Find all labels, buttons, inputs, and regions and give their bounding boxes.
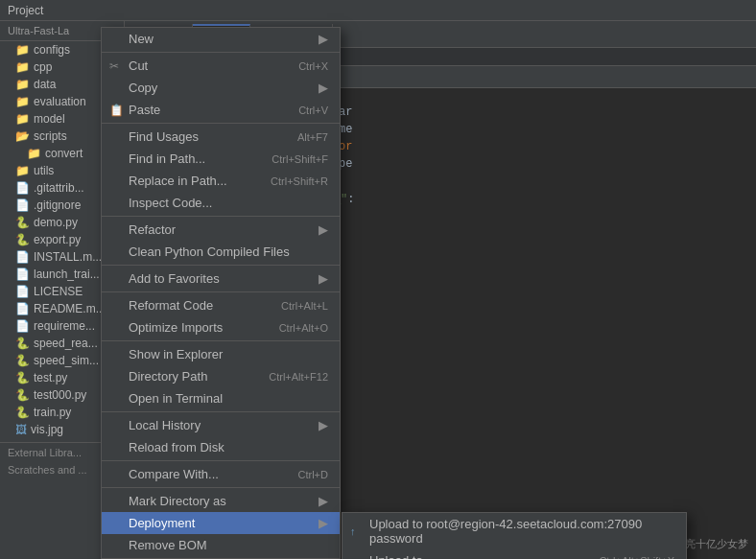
file-icon: 📄	[15, 285, 30, 298]
folder-icon: 📂	[15, 129, 30, 143]
folder-icon: 📁	[15, 78, 30, 91]
folder-icon: 📁	[15, 95, 30, 108]
py-icon: 🐍	[15, 406, 30, 419]
py-icon: 🐍	[15, 388, 30, 402]
menu-item-find-path[interactable]: Find in Path... Ctrl+Shift+F	[102, 148, 340, 170]
file-icon: 📄	[15, 250, 30, 264]
img-icon: 🖼	[15, 423, 27, 436]
py-icon: 🐍	[15, 371, 30, 384]
menu-item-directory-path[interactable]: Directory Path Ctrl+Alt+F12	[102, 365, 340, 387]
menu-item-compare-with[interactable]: Compare With... Ctrl+D	[102, 463, 340, 485]
folder-icon: 📁	[27, 147, 41, 160]
menu-item-open-terminal[interactable]: Open in Terminal	[102, 387, 340, 409]
menu-item-reformat-code[interactable]: Reformat Code Ctrl+Alt+L	[102, 294, 340, 316]
menu-item-mark-directory[interactable]: Mark Directory as ▶	[102, 490, 340, 512]
py-icon: 🐍	[15, 337, 30, 350]
menu-item-paste[interactable]: 📋 Paste Ctrl+V	[102, 99, 340, 121]
cut-icon: ✂	[109, 59, 119, 73]
arrow-icon: ▶	[319, 32, 328, 46]
context-menu: New ▶ ✂ Cut Ctrl+X Copy ▶ 📋 Paste Ctrl+V…	[101, 27, 341, 559]
py-icon: 🐍	[15, 216, 30, 229]
menu-item-show-explorer[interactable]: Show in Explorer	[102, 343, 340, 365]
paste-icon: 📋	[109, 104, 124, 117]
menu-divider	[102, 460, 340, 461]
menu-item-new[interactable]: New ▶	[102, 28, 340, 50]
arrow-icon: ▶	[319, 222, 328, 237]
upload-icon: ↑	[350, 525, 356, 537]
menu-divider	[102, 216, 340, 217]
file-icon: 📄	[15, 319, 30, 333]
ide-background: Project Ultra-Fast-La 📁 configs 📁 cpp 📁 …	[0, 0, 756, 559]
top-bar-title: Project	[8, 4, 43, 17]
file-icon: 📄	[15, 302, 30, 315]
menu-item-find-usages[interactable]: Find Usages Alt+F7	[102, 126, 340, 148]
arrow-icon: ▶	[319, 271, 328, 286]
menu-item-replace-path[interactable]: Replace in Path... Ctrl+Shift+R	[102, 170, 340, 192]
arrow-icon: ▶	[319, 418, 328, 432]
menu-item-optimize-imports[interactable]: Optimize Imports Ctrl+Alt+O	[102, 316, 340, 338]
menu-item-clean-compiled[interactable]: Clean Python Compiled Files	[102, 241, 340, 263]
folder-icon: 📁	[15, 43, 30, 57]
menu-item-local-history[interactable]: Local History ▶	[102, 414, 340, 436]
menu-item-deployment[interactable]: Deployment ▶ ↑ Upload to root@region-42.…	[102, 512, 340, 534]
menu-divider	[102, 265, 340, 266]
submenu-item-upload-to[interactable]: Upload to... Ctrl+Alt+Shift+X	[343, 549, 686, 559]
arrow-icon: ▶	[319, 516, 328, 530]
folder-icon: 📁	[15, 60, 30, 74]
py-icon: 🐍	[15, 233, 30, 246]
menu-divider	[102, 340, 340, 341]
menu-item-refactor[interactable]: Refactor ▶	[102, 219, 340, 241]
arrow-icon: ▶	[319, 494, 328, 508]
menu-divider	[102, 487, 340, 488]
file-icon: 📄	[15, 181, 30, 195]
submenu-deployment: ↑ Upload to root@region-42.seetacloud.co…	[342, 512, 687, 559]
menu-item-remove-bom[interactable]: Remove BOM	[102, 534, 340, 556]
menu-item-copy[interactable]: Copy ▶	[102, 77, 340, 99]
folder-icon: 📁	[15, 112, 30, 126]
menu-item-add-favorites[interactable]: Add to Favorites ▶	[102, 268, 340, 290]
submenu-item-upload-to-server[interactable]: ↑ Upload to root@region-42.seetacloud.co…	[343, 513, 686, 549]
file-icon: 📄	[15, 268, 30, 281]
folder-icon: 📁	[15, 164, 30, 177]
menu-divider	[102, 291, 340, 292]
arrow-icon: ▶	[319, 81, 328, 95]
menu-divider	[102, 123, 340, 124]
file-icon: 📄	[15, 198, 30, 212]
top-bar: Project	[0, 0, 756, 21]
menu-item-reload-disk[interactable]: Reload from Disk	[102, 436, 340, 458]
py-icon: 🐍	[15, 354, 30, 367]
menu-item-inspect-code[interactable]: Inspect Code...	[102, 192, 340, 214]
menu-divider	[102, 52, 340, 53]
menu-item-cut[interactable]: ✂ Cut Ctrl+X	[102, 55, 340, 77]
menu-divider	[102, 411, 340, 412]
